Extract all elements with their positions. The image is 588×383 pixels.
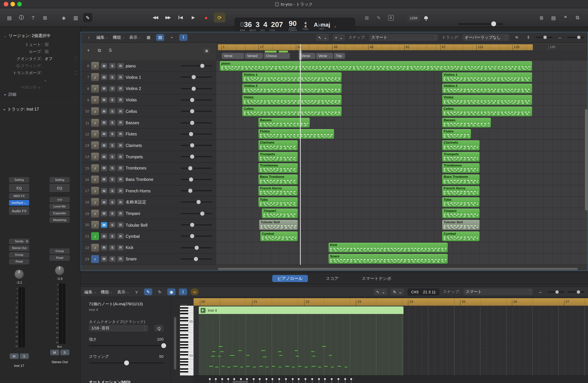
midi-region[interactable]: Bass Tronbone [442, 174, 480, 184]
lcd-key[interactable]: A♭maj KEY [311, 19, 333, 33]
lcd-display[interactable]: 036 3 4 207 BAR BEAT DIV TICK 90 KEEP TE… [234, 18, 355, 34]
solo-button[interactable]: S [109, 177, 116, 182]
master-volume-slider[interactable] [458, 23, 503, 25]
volume-slider[interactable] [181, 258, 212, 259]
position-display[interactable]: C#3 21 3 11 [407, 288, 440, 295]
solo-button[interactable]: S [109, 165, 116, 171]
record-enable-button[interactable]: R [117, 199, 124, 205]
volume-slider[interactable] [181, 99, 212, 101]
track-header-row[interactable]: 19♪MSRTimpani [81, 208, 216, 219]
snap-dropdown[interactable]: スマート⌃⌄ [463, 288, 533, 295]
midi-region[interactable]: Trombones [442, 163, 480, 173]
cycle-button[interactable]: ⟳ [214, 12, 226, 22]
flex-icon[interactable]: ⌇ [179, 34, 187, 41]
mute-button[interactable]: M [101, 256, 107, 262]
midi-note[interactable] [212, 351, 216, 352]
midi-note[interactable] [311, 366, 316, 367]
arrangement-marker[interactable]: Chorus [264, 53, 290, 59]
track-header-row[interactable]: 11♪MSRBasses [81, 117, 216, 128]
volume-slider[interactable] [181, 111, 212, 112]
midi-region[interactable]: Timpani [262, 209, 298, 218]
record-enable-button[interactable]: R [117, 222, 124, 228]
horizontal-zoom-slider[interactable] [567, 37, 584, 38]
midi-note[interactable] [211, 356, 215, 357]
vertical-scrollbar[interactable] [174, 317, 176, 369]
mute-button[interactable]: M [101, 108, 107, 114]
volume-slider[interactable] [181, 236, 212, 237]
midi-note[interactable] [246, 366, 250, 367]
arrange-menu[interactable]: 表示⌄ [129, 34, 141, 40]
piano-roll-menu[interactable]: 表示⌄ [117, 289, 129, 295]
volume-slider[interactable] [181, 65, 212, 66]
velocity-dot[interactable] [272, 378, 273, 380]
chevron-right-icon[interactable]: ▸ [4, 92, 6, 96]
mute-button[interactable]: M [101, 131, 107, 137]
solo-button[interactable]: S [60, 350, 69, 355]
midi-note[interactable] [295, 356, 299, 357]
replace-icon[interactable]: ⊠ [362, 13, 371, 22]
share-icon[interactable]: ⧉ [573, 13, 582, 22]
link-icon[interactable]: ∞ [190, 288, 199, 295]
piano-roll-ruler[interactable]: 2021222324252627 [194, 298, 588, 306]
velocity-dot[interactable] [240, 378, 242, 380]
record-enable-button[interactable]: R [117, 97, 124, 103]
list-editors-icon[interactable]: ≣ [537, 13, 546, 22]
volume-slider[interactable] [181, 77, 212, 78]
midi-note[interactable] [328, 355, 332, 356]
editors-icon[interactable]: ✎ [83, 13, 92, 22]
mute-button[interactable]: M [101, 188, 107, 194]
arrangement-marker[interactable]: Verse2 [245, 53, 263, 59]
arrangement-marker[interactable]: Verse [222, 53, 244, 59]
solo-button[interactable]: S [109, 131, 116, 137]
record-enable-button[interactable]: R [117, 131, 124, 137]
midi-note[interactable] [246, 355, 250, 356]
cycle-range[interactable] [279, 51, 288, 53]
track-header-row[interactable]: 12♪MSRFlutes [81, 128, 216, 140]
track-header-row[interactable]: 23♪MSRSnare [81, 254, 216, 265]
midi-note[interactable] [261, 350, 265, 351]
midi-note[interactable] [278, 366, 282, 368]
velocity-dot[interactable] [318, 378, 320, 380]
midi-region[interactable]: Violas [242, 95, 341, 105]
solo-button[interactable]: S [109, 245, 116, 250]
quantize-apply-button[interactable]: Q [155, 325, 164, 332]
midi-note[interactable] [220, 351, 224, 352]
midi-region[interactable]: Tuba [258, 197, 298, 207]
velocity-dot[interactable] [253, 378, 255, 380]
pencil-tool-dropdown[interactable]: ✎⌄ [391, 288, 404, 295]
smart-controls-icon[interactable]: ◈ [59, 13, 68, 22]
midi-region[interactable]: Tuba [442, 197, 480, 207]
midi-note[interactable] [324, 366, 328, 367]
count-in-button[interactable]: 1234 [407, 14, 420, 21]
mute-button[interactable]: M [101, 222, 107, 228]
midi-region[interactable]: Cellos [242, 106, 341, 116]
track-header-row[interactable]: 15♪MSRTrombones [81, 163, 216, 174]
midi-region[interactable]: Violas [442, 95, 532, 105]
flex-icon[interactable]: ⌇ [179, 288, 187, 295]
midi-region[interactable]: Trombones [258, 163, 298, 173]
quantize-dropdown[interactable]: 1/16 -音符 ⌃⌄ [89, 325, 148, 332]
midi-region[interactable]: Bass Tronbone [258, 174, 298, 184]
strip-slot-button[interactable]: EQ [9, 184, 29, 192]
mute-button[interactable]: M [101, 211, 107, 216]
strip-slot-button[interactable]: Audio FX [9, 207, 29, 215]
midi-note[interactable] [298, 366, 301, 367]
track-inspector-header[interactable]: ▸ トラック: Inst 17 [4, 102, 77, 112]
midi-note[interactable] [318, 366, 321, 368]
chat-icon[interactable]: ❝ [561, 13, 570, 22]
piano-roll-menu[interactable]: 機能⌄ [101, 289, 113, 295]
velocity-dot[interactable] [285, 378, 287, 380]
swing-slider[interactable] [89, 362, 164, 363]
catch-icon[interactable]: ⌁ [168, 34, 176, 41]
midi-note[interactable] [285, 366, 289, 367]
velocity-dot[interactable] [233, 378, 235, 380]
solo-button[interactable]: S [109, 97, 116, 103]
midi-note[interactable] [262, 356, 267, 358]
track-header-row[interactable]: 13♪MSRClarinets [81, 140, 216, 151]
horizontal-zoom-icon[interactable]: ⇔ [556, 34, 564, 41]
playhead[interactable] [300, 44, 301, 265]
track-header-row[interactable]: 9♪MSRViolas [81, 94, 216, 106]
vertical-scrollbar[interactable] [585, 109, 588, 211]
midi-note[interactable] [230, 355, 235, 356]
brush-icon[interactable]: ✎ [144, 288, 152, 295]
